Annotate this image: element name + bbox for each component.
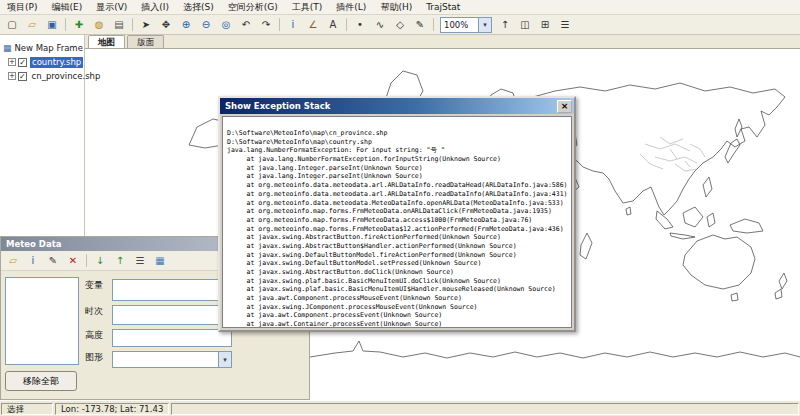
variable-row: 变量 — [85, 279, 232, 301]
layers-icon[interactable]: ▤ — [110, 17, 128, 33]
zoom-next-icon[interactable]: ↷ — [257, 17, 275, 33]
open-project-icon[interactable]: ▱ — [23, 17, 41, 33]
stack-line: at javax.swing.JComponent.processMouseEv… — [227, 294, 567, 303]
menu-item-label: 项目(P) — [7, 2, 37, 12]
new-project-icon[interactable]: ▢ — [3, 17, 21, 33]
stack-line: at javax.swing.DefaultButtonModel.fireAc… — [227, 242, 567, 251]
data-list-icon[interactable]: ☰ — [131, 253, 149, 269]
separator[interactable] — [86, 254, 87, 267]
edit-data-icon[interactable]: ✎ — [44, 253, 62, 269]
settings-icon[interactable]: ☰ — [556, 17, 574, 33]
zoom-combo[interactable]: 100% ▾ — [440, 17, 492, 33]
open-meteo-data-icon[interactable]: ▱ — [4, 253, 22, 269]
map-layout-icon[interactable]: ◫ — [516, 17, 534, 33]
menu-trajstat[interactable]: TrajStat — [419, 0, 467, 15]
add-layer-icon[interactable]: ✚ — [70, 17, 88, 33]
separator[interactable] — [65, 18, 66, 31]
dropdown-arrow-icon[interactable]: ▾ — [218, 352, 231, 367]
toolbar-icon-glyph: ◫ — [520, 19, 529, 30]
exception-stack-text[interactable]: D:\Software\MeteoInfo\map\cn_province.sh… — [222, 116, 572, 328]
remove-all-button[interactable]: 移除全部 — [5, 371, 77, 391]
meteo-toolbar-icon-glyph: ✎ — [49, 255, 57, 266]
zoom-previous-icon[interactable]: ↶ — [237, 17, 255, 33]
graphic-row: 图形 ▾ — [85, 351, 232, 368]
menu-insert[interactable]: 插入(I) — [134, 0, 176, 15]
expand-icon[interactable]: + — [8, 58, 16, 66]
dialog-titlebar[interactable]: Show Exception Stack × — [220, 98, 574, 114]
import-data-icon[interactable]: ↑ — [111, 253, 129, 269]
toolbar-icon-glyph: A — [330, 19, 337, 30]
stack-line: at javax.swing.AbstractButton.doClick(Un… — [227, 259, 567, 268]
grid-icon[interactable]: ⊞ — [536, 17, 554, 33]
new-polygon-icon[interactable]: ◇ — [391, 17, 409, 33]
dialog-title: Show Exception Stack — [225, 101, 557, 111]
identify-icon[interactable]: i — [284, 17, 302, 33]
toolbar-icon-glyph: ➤ — [142, 19, 150, 30]
export-data-icon[interactable]: ↓ — [91, 253, 109, 269]
layer-label: cn_province.shp — [30, 71, 103, 82]
map-frame-node[interactable]: ▦ New Map Frame — [0, 41, 84, 55]
stack-line: D:\Software\MeteoInfo\map\cn_province.sh… — [227, 120, 567, 129]
menu-view[interactable]: 显示(V) — [89, 0, 134, 15]
menu-plugin[interactable]: 插件(L) — [329, 0, 373, 15]
menu-item-label: TrajStat — [426, 2, 460, 12]
stack-line: at org.meteoinfo.data.meteodata.MeteoDat… — [227, 190, 567, 199]
save-project-icon[interactable]: ▣ — [43, 17, 61, 33]
menu-selection[interactable]: 选择(S) — [176, 0, 221, 15]
status-empty — [171, 403, 799, 415]
menu-help[interactable]: 帮助(H) — [373, 0, 419, 15]
zoom-in-icon[interactable]: ⊕ — [177, 17, 195, 33]
variable-label: 变量 — [85, 279, 112, 291]
menu-tools[interactable]: 工具(T) — [285, 0, 330, 15]
stack-line: at org.meteoinfo.map.forms.FrmMeteoData.… — [227, 198, 567, 207]
tab-layout[interactable]: 版面 — [127, 35, 164, 48]
level-label: 高度 — [85, 329, 112, 341]
menu-item-label: 插件(L) — [336, 2, 366, 12]
measure-icon[interactable]: ∠ — [304, 17, 322, 33]
level-list[interactable] — [112, 329, 232, 347]
menu-edit[interactable]: 编辑(E) — [44, 0, 89, 15]
graphic-combo[interactable]: ▾ — [112, 351, 232, 368]
layer-checkbox[interactable]: ✓ — [18, 72, 27, 81]
dropdown-arrow-icon[interactable]: ▾ — [478, 18, 491, 32]
close-icon[interactable]: × — [557, 100, 572, 113]
meteo-toolbar-icon-glyph: ↓ — [96, 255, 104, 266]
data-file-list[interactable] — [5, 277, 79, 365]
layer-country[interactable]: + ✓ country.shp — [0, 55, 84, 69]
menu-project[interactable]: 项目(P) — [0, 0, 44, 15]
toolbar-icon-glyph: ⊖ — [202, 19, 210, 30]
draw-chart-icon[interactable]: ▦ — [151, 253, 169, 269]
main-toolbar: ▢▱▣✚◍▤➤✥⊕⊖◎↶↷i∠A•∿◇✎ 100% ▾ ↑◫⊞☰ — [0, 15, 800, 35]
document-tabs: 地图版面 — [85, 35, 800, 48]
stack-line: at java.lang.Integer.parseInt(Unknown So… — [227, 163, 567, 172]
separator[interactable] — [433, 18, 434, 31]
data-info-icon[interactable]: i — [24, 253, 42, 269]
separator[interactable] — [132, 18, 133, 31]
statusbar: 选择 Lon: -173.78; Lat: 71.43 — [0, 400, 800, 416]
layer-cn-province[interactable]: + ✓ cn_province.shp — [0, 69, 84, 83]
new-polyline-icon[interactable]: ∿ — [371, 17, 389, 33]
tab-map[interactable]: 地图 — [88, 35, 125, 48]
separator[interactable] — [346, 18, 347, 31]
menu-geoprocessing[interactable]: 空间分析(G) — [221, 0, 285, 15]
stack-line: at org.meteoinfo.data.meteodata.arl.ARLD… — [227, 172, 567, 181]
open-data-icon[interactable]: ◍ — [90, 17, 108, 33]
separator[interactable] — [279, 18, 280, 31]
toolbar-icon-glyph: ☰ — [561, 19, 570, 30]
variable-list[interactable] — [112, 279, 232, 301]
expand-icon[interactable]: + — [8, 72, 16, 80]
close-data-icon[interactable]: ✕ — [64, 253, 82, 269]
layer-checkbox[interactable]: ✓ — [18, 58, 27, 67]
stack-line: D:\Software\MeteoInfo\map\country.shp — [227, 129, 567, 138]
time-list[interactable] — [112, 305, 232, 325]
edit-vertices-icon[interactable]: ✎ — [411, 17, 429, 33]
select-icon[interactable]: ➤ — [137, 17, 155, 33]
label-icon[interactable]: A — [324, 17, 342, 33]
north-arrow-icon[interactable]: ↑ — [496, 17, 514, 33]
stack-line: at java.lang.Integer.parseInt(Unknown So… — [227, 155, 567, 164]
level-row: 高度 — [85, 329, 232, 347]
new-point-icon[interactable]: • — [351, 17, 369, 33]
pan-icon[interactable]: ✥ — [157, 17, 175, 33]
full-extent-icon[interactable]: ◎ — [217, 17, 235, 33]
zoom-out-icon[interactable]: ⊖ — [197, 17, 215, 33]
